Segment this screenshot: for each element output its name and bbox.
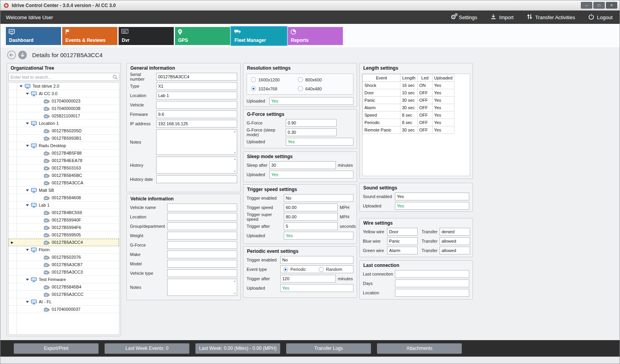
collapse-arrow-icon[interactable] bbox=[26, 123, 29, 124]
tree-device-00127b4b5f88[interactable]: 00127B4B5F88 bbox=[9, 150, 119, 157]
scroll-up-icon[interactable]: ▲ bbox=[234, 130, 236, 133]
serial-number-input[interactable] bbox=[156, 73, 237, 81]
tree-device-00127b4bc559[interactable]: 00127B4BC559 bbox=[9, 209, 119, 216]
location-input[interactable] bbox=[156, 92, 237, 99]
tab-dvr[interactable]: Dvr bbox=[119, 27, 174, 45]
blue-wire-input[interactable] bbox=[387, 237, 418, 245]
tree-search-input[interactable] bbox=[8, 73, 119, 81]
collapse-arrow-icon[interactable] bbox=[26, 93, 29, 95]
last-week-events-button[interactable]: Last Week Events: 0 bbox=[105, 343, 189, 354]
length-row-remote-panic[interactable]: Remote Panic30 secOFFYes bbox=[363, 126, 454, 134]
length-row-door[interactable]: Door10 secOFFYes bbox=[363, 89, 454, 97]
gforce-input[interactable] bbox=[286, 119, 337, 127]
tree-device-00127b5a3ccc[interactable]: 00127B5A3CCC bbox=[9, 291, 119, 298]
group-department-input[interactable] bbox=[167, 222, 237, 230]
export-print-button[interactable]: Export/Print bbox=[14, 343, 99, 354]
scroll-down-icon[interactable]: ▼ bbox=[234, 170, 236, 173]
collapse-arrow-icon[interactable] bbox=[26, 189, 29, 191]
transfer-logs-button[interactable]: Transfer Logs bbox=[286, 343, 371, 354]
tree-device-017040000037[interactable]: 017040000037 bbox=[9, 306, 119, 313]
tree-group-test-idrive-2-0[interactable]: Test Idrive 2.0 bbox=[9, 83, 119, 90]
attachments-button[interactable]: Attachments bbox=[377, 343, 462, 354]
periodic-uploaded-value[interactable] bbox=[280, 284, 353, 292]
tree-device-00127b5845b4[interactable]: 00127B5845B4 bbox=[9, 283, 119, 291]
tree-device-00127b5845bc[interactable]: 00127B5845BC bbox=[9, 172, 119, 179]
periodic-enabled-input[interactable] bbox=[280, 256, 353, 264]
resolution-option-1600x1200[interactable]: 1600x1200 bbox=[251, 77, 298, 82]
model-input[interactable] bbox=[167, 260, 237, 268]
gforce-sleep-input[interactable] bbox=[286, 128, 337, 136]
tree-group-ai-cc-3-0[interactable]: AI CC 3.0 bbox=[9, 90, 119, 97]
resolution-option-1024x768[interactable]: 1024x768 bbox=[251, 86, 298, 91]
tree-device-00127b4eea78[interactable]: 00127B4EEA78 bbox=[9, 157, 119, 164]
vehicle-input[interactable] bbox=[156, 101, 237, 109]
tree-device-00127b503163[interactable]: 00127B503163 bbox=[9, 164, 119, 172]
minimize-button[interactable]: – bbox=[581, 2, 592, 9]
length-row-speed[interactable]: Speed8 secOFFYes bbox=[363, 112, 454, 119]
tab-fleet[interactable]: Fleet Manager bbox=[231, 27, 287, 45]
scroll-down-icon[interactable]: ▼ bbox=[234, 292, 236, 295]
sound-uploaded-value[interactable] bbox=[395, 202, 469, 210]
settings-button[interactable]: ⚙⚙ Settings bbox=[451, 14, 477, 20]
firmware-input[interactable] bbox=[156, 110, 237, 118]
trigger-after-input[interactable] bbox=[284, 222, 338, 230]
vehicle-type-input[interactable] bbox=[167, 269, 237, 277]
tree-device-00127b5994f6[interactable]: 00127B5994F6 bbox=[9, 224, 119, 231]
tab-gps[interactable]: GPS bbox=[175, 27, 230, 45]
collapse-arrow-icon[interactable] bbox=[26, 301, 29, 303]
tree-group-test-firmware[interactable]: Test Firmware bbox=[9, 276, 119, 283]
vehicle-name-input[interactable] bbox=[167, 204, 237, 211]
tree-device-025821100017[interactable]: 025821100017 bbox=[9, 112, 119, 120]
type-input[interactable] bbox=[156, 82, 237, 90]
tree-device-017040000023[interactable]: 017040000023 bbox=[9, 97, 119, 105]
blue-wire-transfer-input[interactable] bbox=[440, 237, 470, 245]
tree-device-00127b5a3cca[interactable]: 00127B5A3CCA bbox=[9, 179, 119, 187]
expand-down-button[interactable] bbox=[18, 50, 27, 59]
length-row-panic[interactable]: Panic30 secOFFYes bbox=[363, 97, 454, 104]
collapse-arrow-icon[interactable] bbox=[26, 249, 29, 251]
tree-group-radu-desktop[interactable]: Radu Desktop bbox=[9, 142, 119, 150]
logout-button[interactable]: Logout bbox=[588, 14, 613, 21]
tree-device-00127b5993b1[interactable]: 00127B5993B1 bbox=[9, 135, 119, 142]
gforce-uploaded-value[interactable] bbox=[286, 138, 353, 146]
resolution-option-800x600[interactable]: 800x600 bbox=[298, 77, 349, 82]
tree-device-00127b59940f[interactable]: 00127B59940F bbox=[9, 216, 119, 224]
import-button[interactable]: Import bbox=[490, 14, 514, 21]
trigger-super-speed-input[interactable] bbox=[284, 213, 338, 221]
tree-device-00127b5a3cb7[interactable]: 00127B5A3CB7 bbox=[9, 261, 119, 268]
back-button[interactable] bbox=[7, 50, 16, 59]
tree-device-00127b5a3cc3[interactable]: 00127B5A3CC3 bbox=[9, 268, 119, 276]
collapse-arrow-icon[interactable] bbox=[26, 204, 29, 206]
length-row-shock[interactable]: Shock16 secONYes bbox=[363, 82, 454, 89]
tree-device-00127b584608[interactable]: 00127B584608 bbox=[9, 194, 119, 202]
make-input[interactable] bbox=[167, 250, 237, 258]
scroll-up-icon[interactable]: ▲ bbox=[234, 280, 236, 282]
sleep-after-input[interactable] bbox=[269, 161, 336, 169]
collapse-arrow-icon[interactable] bbox=[20, 85, 23, 87]
resolution-option-640x480[interactable]: 640x480 bbox=[298, 86, 349, 91]
notes-input[interactable] bbox=[156, 129, 237, 155]
green-wire-transfer-input[interactable] bbox=[440, 247, 470, 254]
close-button[interactable]: × bbox=[606, 2, 617, 9]
tree-device-00127b5a3cc4[interactable]: ▶00127B5A3CC4 bbox=[9, 239, 119, 246]
tab-events[interactable]: Events & Reviews bbox=[62, 27, 117, 45]
yellow-wire-input[interactable] bbox=[387, 228, 418, 236]
tree-group-lab-1[interactable]: Lab 1 bbox=[9, 202, 119, 209]
resolution-uploaded-value[interactable] bbox=[269, 97, 353, 105]
lc-location-input[interactable] bbox=[395, 289, 469, 297]
vehicle-gforce-input[interactable] bbox=[167, 241, 237, 249]
tree-device-00127b502076[interactable]: 00127B502076 bbox=[9, 254, 119, 261]
last-connection-input[interactable] bbox=[395, 270, 469, 278]
collapse-arrow-icon[interactable] bbox=[26, 279, 29, 281]
sound-enabled-input[interactable] bbox=[395, 193, 469, 200]
trigger-uploaded-value[interactable] bbox=[284, 232, 353, 240]
length-row-alarm[interactable]: Alarm30 secOFFYes bbox=[363, 104, 454, 112]
tree-device-00127b50205d[interactable]: 00127B50205D bbox=[9, 127, 119, 135]
vehicle-notes-input[interactable] bbox=[167, 279, 237, 296]
history-input[interactable] bbox=[156, 157, 237, 174]
scroll-down-icon[interactable]: ▼ bbox=[234, 151, 236, 154]
vehicle-location-input[interactable] bbox=[167, 213, 237, 221]
tree-device-017040000038[interactable]: 017040000038 bbox=[9, 105, 119, 112]
yellow-wire-transfer-input[interactable] bbox=[440, 228, 470, 236]
sleep-uploaded-value[interactable] bbox=[269, 171, 353, 178]
